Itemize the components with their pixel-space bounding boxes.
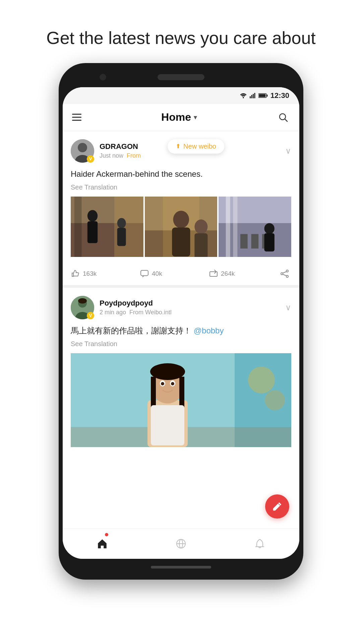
- post-image-2[interactable]: [145, 197, 218, 257]
- see-translation-button[interactable]: See Translation: [71, 340, 291, 348]
- svg-line-42: [283, 272, 286, 273]
- svg-rect-32: [240, 234, 248, 248]
- post-image-1[interactable]: [71, 197, 143, 257]
- post-card: V GDRAGON Just now From ∨ Haider Ackerma…: [63, 131, 299, 288]
- post-chevron-button[interactable]: ∨: [285, 146, 291, 156]
- see-translation-button[interactable]: See Translation: [71, 183, 291, 191]
- svg-line-43: [283, 274, 286, 276]
- svg-point-39: [286, 270, 288, 272]
- verified-badge: V: [87, 155, 94, 163]
- post-action-bar: 163k 40k: [71, 264, 291, 285]
- svg-point-59: [150, 363, 185, 380]
- svg-point-52: [265, 390, 285, 410]
- svg-rect-33: [251, 234, 259, 248]
- svg-point-40: [281, 273, 283, 275]
- svg-rect-64: [151, 405, 184, 445]
- nav-discover[interactable]: [141, 529, 220, 559]
- header-title[interactable]: Home ▾: [161, 111, 197, 123]
- share-button[interactable]: [278, 269, 291, 278]
- svg-point-0: [243, 97, 244, 98]
- svg-point-62: [161, 382, 164, 385]
- new-weibo-label: New weibo: [183, 143, 216, 150]
- svg-rect-25: [172, 227, 190, 257]
- post-image-3[interactable]: [219, 197, 291, 257]
- home-indicator: [151, 566, 211, 569]
- new-weibo-arrow-icon: ⬆: [176, 143, 181, 150]
- page-headline: Get the latest news you care about: [0, 0, 362, 63]
- discover-icon: [175, 538, 187, 550]
- like-icon: [71, 269, 80, 278]
- signal-icon: [250, 93, 256, 98]
- phone-screen: 12:30 Home ▾: [63, 87, 299, 559]
- svg-point-35: [264, 223, 275, 234]
- svg-rect-38: [210, 272, 217, 276]
- svg-rect-30: [226, 197, 230, 257]
- post-meta: 2 min ago From Weibo.intl: [100, 309, 285, 316]
- post-chevron-button[interactable]: ∨: [285, 303, 291, 312]
- svg-rect-20: [117, 228, 126, 246]
- repost-count: 264k: [221, 270, 235, 277]
- like-button[interactable]: 163k: [71, 269, 140, 278]
- search-button[interactable]: [277, 111, 290, 124]
- svg-rect-36: [264, 233, 275, 251]
- repost-button[interactable]: 264k: [209, 269, 278, 278]
- svg-rect-2: [251, 95, 252, 98]
- post-image-single[interactable]: [71, 353, 291, 447]
- verified-badge: V: [87, 312, 94, 319]
- phone-camera: [100, 74, 106, 80]
- svg-rect-31: [233, 197, 238, 257]
- dropdown-arrow-icon: ▾: [194, 114, 197, 121]
- svg-point-51: [248, 367, 275, 393]
- svg-rect-16: [74, 197, 82, 257]
- comment-count: 40k: [152, 270, 162, 277]
- svg-rect-27: [194, 233, 207, 257]
- svg-point-24: [173, 211, 189, 228]
- app-header: Home ▾: [63, 104, 299, 131]
- svg-point-63: [171, 382, 174, 385]
- svg-point-41: [286, 275, 288, 277]
- svg-rect-1: [250, 96, 251, 98]
- feed: V GDRAGON Just now From ∨ Haider Ackerma…: [63, 131, 299, 532]
- nav-home[interactable]: [63, 529, 141, 559]
- svg-line-9: [285, 119, 287, 121]
- post-mention[interactable]: @bobby: [194, 326, 224, 335]
- post-image-grid: [71, 197, 291, 257]
- svg-point-17: [87, 210, 98, 222]
- share-icon: [280, 269, 289, 278]
- pencil-icon: [272, 501, 283, 512]
- status-bar: 12:30: [63, 87, 299, 104]
- post-text: 馬上就有新的作品啦，謝謝支持！ @bobby: [71, 325, 291, 337]
- wifi-icon: [240, 93, 247, 98]
- nav-notifications[interactable]: [221, 529, 299, 559]
- bottom-nav: [63, 529, 299, 559]
- compose-fab[interactable]: [265, 494, 289, 519]
- svg-rect-18: [87, 221, 98, 243]
- post-text: Haider Ackerman-behind the scenes.: [71, 168, 291, 180]
- menu-button[interactable]: [72, 114, 81, 121]
- bell-icon: [254, 538, 266, 550]
- comment-icon: [140, 269, 149, 278]
- svg-point-11: [78, 143, 87, 152]
- like-count: 163k: [83, 270, 97, 277]
- svg-point-26: [194, 219, 207, 234]
- svg-rect-4: [254, 93, 255, 98]
- repost-icon: [209, 269, 218, 278]
- home-icon: [96, 538, 108, 550]
- home-dot-badge: [105, 533, 108, 536]
- battery-icon: [258, 93, 268, 98]
- status-time: 12:30: [270, 91, 289, 100]
- comment-button[interactable]: 40k: [140, 269, 209, 278]
- svg-point-19: [117, 218, 126, 228]
- svg-rect-6: [259, 94, 265, 97]
- phone-mockup: 12:30 Home ▾: [59, 63, 303, 580]
- svg-rect-37: [141, 270, 148, 276]
- new-weibo-toast[interactable]: ⬆ New weibo: [168, 139, 224, 154]
- phone-speaker: [158, 74, 204, 80]
- svg-rect-7: [266, 95, 267, 97]
- svg-point-47: [78, 298, 87, 304]
- post-username: Poydpoydpoyd: [100, 299, 285, 308]
- svg-rect-3: [253, 94, 254, 98]
- post-card: V Poydpoydpoyd 2 min ago From Weibo.intl…: [63, 288, 299, 447]
